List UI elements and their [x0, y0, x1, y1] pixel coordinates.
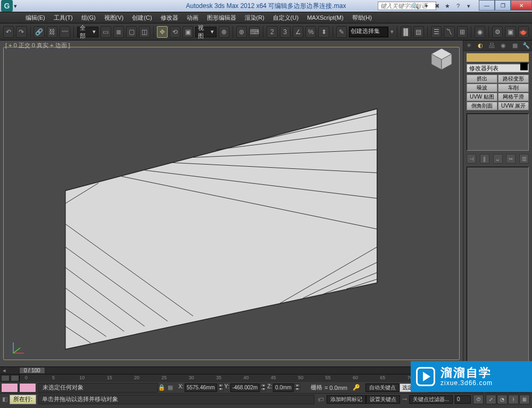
select-region-button[interactable]: ▢	[126, 26, 137, 38]
unlink-button[interactable]: ⛓	[47, 26, 57, 38]
favorite-icon[interactable]: ★	[443, 1, 452, 11]
spinner-snap-button[interactable]: ⬍	[318, 26, 329, 38]
menu-modifiers[interactable]: 修改器	[156, 14, 182, 22]
modify-tab-icon[interactable]: ◐	[476, 42, 485, 50]
hierarchy-tab-icon[interactable]: 品	[488, 42, 496, 50]
align-button[interactable]: ▤	[413, 26, 424, 38]
modifier-rollout[interactable]	[467, 167, 529, 363]
modifier-list-dropdown[interactable]: 修改器列表▾	[467, 64, 529, 72]
menu-group[interactable]: 组(G)	[77, 14, 100, 22]
bind-spacewarp-button[interactable]: 〰	[60, 26, 70, 38]
subscription-icon[interactable]: ✦	[421, 1, 431, 11]
nav-zoom-extents-button[interactable]: ⤢	[486, 395, 496, 404]
select-by-name-button[interactable]: ≣	[113, 26, 124, 38]
mod-pathdeform[interactable]: 路径变形	[498, 75, 529, 83]
key-filters-button[interactable]: 关键点过滤器...	[409, 395, 453, 404]
nav-max-toggle-button[interactable]: ⊞	[519, 395, 530, 404]
add-time-tag[interactable]: 添加时间标记	[327, 395, 366, 404]
viewport[interactable]	[3, 47, 460, 360]
menu-animation[interactable]: 动画	[182, 14, 203, 22]
coord-y[interactable]: -468.002m	[230, 383, 260, 392]
mod-lathe[interactable]: 车削	[498, 84, 529, 92]
make-unique-icon[interactable]: ⩊	[493, 154, 503, 164]
percent-snap-button[interactable]: %	[305, 26, 316, 38]
menu-create[interactable]: 创建(C)	[128, 14, 156, 22]
ref-coord-system[interactable]: 视图▾	[195, 27, 216, 37]
trackbar-toggle[interactable]	[1, 375, 10, 381]
object-color-swatch[interactable]	[520, 63, 528, 70]
maxscript-mini-icon[interactable]: ◧	[2, 396, 7, 403]
configure-sets-icon[interactable]: ☰	[519, 154, 529, 164]
viewcube[interactable]	[428, 45, 455, 72]
remove-modifier-icon[interactable]: ✂	[506, 154, 516, 164]
trackbar-menu[interactable]	[11, 375, 19, 381]
edit-named-sel-button[interactable]: ✎	[336, 26, 347, 38]
snap-2d-button[interactable]: 2	[267, 26, 277, 38]
link-button[interactable]: 🔗	[34, 26, 44, 38]
menu-views[interactable]: 视图(V)	[100, 14, 128, 22]
mod-unwrapuvw[interactable]: UVW 展开	[498, 102, 529, 110]
motion-tab-icon[interactable]: ◉	[499, 42, 508, 50]
maximize-button[interactable]: ❐	[495, 0, 511, 11]
time-slider-handle[interactable]: 0 / 100	[19, 367, 45, 374]
autokey-button[interactable]: 自动关键点	[365, 383, 400, 392]
minimize-button[interactable]: —	[479, 0, 495, 11]
show-end-result-icon[interactable]: ∥	[480, 154, 489, 164]
menu-edit[interactable]: 编辑(E)	[21, 14, 49, 22]
mod-uvwmap[interactable]: UVW 贴图	[467, 93, 497, 101]
nav-walk-button[interactable]: 🚶	[508, 395, 519, 404]
menu-rendering[interactable]: 渲染(R)	[240, 14, 269, 22]
render-setup-button[interactable]: ⚙	[492, 26, 503, 38]
search-icon[interactable]: 🔍	[411, 1, 420, 11]
undo-button[interactable]: ↶	[3, 26, 14, 38]
selection-filter[interactable]: 全部▾	[77, 27, 98, 37]
select-button[interactable]: ▭	[101, 26, 111, 38]
maxscript-listener-label[interactable]: 所在行:	[10, 395, 36, 404]
viewport-label[interactable]: [ + 0 正交 0 真实 + 边面 ]	[5, 42, 70, 50]
time-config-button[interactable]: ⏱	[473, 395, 484, 404]
schematic-view-button[interactable]: ⊞	[457, 26, 468, 38]
script-color-2[interactable]	[19, 383, 36, 393]
mod-extrude[interactable]: 挤出	[467, 75, 497, 83]
angle-snap-button[interactable]: ∠	[293, 26, 303, 38]
menu-maxscript[interactable]: MAXScript(M)	[303, 14, 347, 21]
key-icon[interactable]: 🔑	[353, 384, 360, 391]
select-scale-button[interactable]: ▣	[182, 26, 193, 38]
select-move-button[interactable]: ✥	[157, 26, 168, 38]
mod-bevelprofile[interactable]: 倒角剖面	[467, 102, 497, 110]
select-rotate-button[interactable]: ⟲	[170, 26, 180, 38]
pin-stack-icon[interactable]: ⊣	[467, 154, 476, 164]
layers-button[interactable]: ☰	[431, 26, 442, 38]
close-button[interactable]: ✕	[511, 0, 532, 11]
modifier-stack[interactable]	[467, 113, 529, 151]
time-tag-icon[interactable]: 🏷	[318, 396, 323, 403]
utilities-tab-icon[interactable]: 🔧	[522, 42, 530, 50]
mod-noise[interactable]: 噪波	[467, 84, 497, 92]
named-selection-set[interactable]: 创建选择集	[349, 27, 388, 37]
display-tab-icon[interactable]: ▦	[511, 42, 519, 50]
current-frame[interactable]: 0	[455, 395, 471, 404]
coord-x[interactable]: 5575.46mm	[185, 383, 217, 392]
timeslider-left-icon[interactable]: ◂	[0, 367, 9, 374]
app-menu-chevron[interactable]: ▾	[14, 3, 17, 10]
help-icon[interactable]: ?	[453, 1, 463, 11]
render-button[interactable]: 🫖	[518, 26, 529, 38]
menu-customize[interactable]: 自定义(U)	[269, 14, 303, 22]
menu-tools[interactable]: 工具(T)	[49, 14, 77, 22]
menu-help[interactable]: 帮助(H)	[348, 14, 376, 22]
mod-meshsmooth[interactable]: 网格平滑	[498, 93, 529, 101]
select-manipulate-button[interactable]: ⊛	[236, 26, 247, 38]
nav-fov-button[interactable]: ◔	[497, 395, 508, 404]
create-tab-icon[interactable]: ✳	[465, 42, 473, 50]
app-logo-icon[interactable]: G	[1, 0, 13, 12]
menu-grapheditors[interactable]: 图形编辑器	[203, 14, 240, 22]
material-editor-button[interactable]: ◉	[475, 26, 485, 38]
curve-editor-button[interactable]: 〽	[444, 26, 454, 38]
dropdown-icon[interactable]: ▾	[464, 1, 473, 11]
coord-z[interactable]: 0.0mm	[273, 383, 294, 392]
snap-3d-button[interactable]: 3	[280, 26, 290, 38]
object-name-field[interactable]	[467, 53, 529, 62]
setkey-button[interactable]: 设置关键点	[366, 395, 400, 404]
transform-type-in-icon[interactable]: ▦	[168, 384, 173, 391]
mirror-button[interactable]: ▐▌	[401, 26, 411, 38]
